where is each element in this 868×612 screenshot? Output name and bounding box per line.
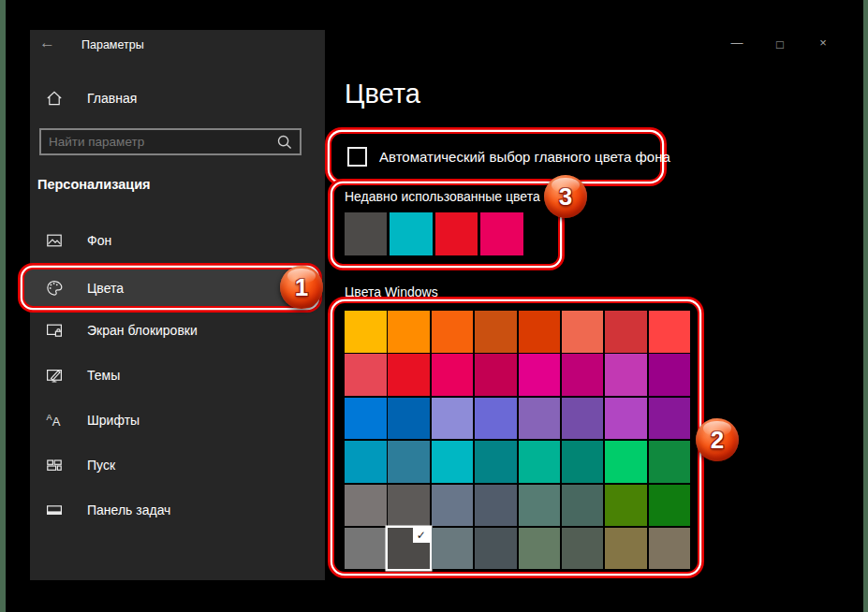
lock-screen-icon (45, 321, 64, 340)
fonts-icon: A A (45, 411, 64, 430)
sidebar-item-label: Фон (87, 233, 111, 248)
windows-color-swatch[interactable] (388, 441, 430, 483)
sidebar-item-taskbar[interactable]: Панель задач (30, 498, 325, 522)
start-tiles-icon (45, 456, 64, 474)
windows-color-swatch[interactable] (649, 441, 691, 483)
themes-icon (45, 366, 64, 385)
recent-color-swatch[interactable] (435, 212, 478, 255)
annotation-badge-2: 2 (696, 418, 739, 461)
auto-accent-color-setting: Автоматический выбор главного цвета фона (330, 132, 662, 182)
windows-color-swatch[interactable] (605, 311, 647, 353)
windows-colors-grid: ✓ (345, 311, 690, 569)
windows-color-swatch[interactable] (345, 354, 387, 396)
windows-color-swatch[interactable] (562, 528, 604, 570)
windows-color-swatch[interactable] (649, 485, 691, 527)
recent-colors-label: Недавно использованные цвета (345, 189, 540, 204)
windows-color-swatch[interactable] (475, 528, 517, 570)
sidebar-item-label: Панель задач (87, 503, 170, 517)
windows-color-swatch[interactable] (345, 528, 387, 570)
windows-color-swatch[interactable] (519, 441, 561, 483)
auto-accent-checkbox[interactable] (347, 147, 367, 167)
windows-color-swatch[interactable] (432, 485, 474, 527)
windows-color-swatch[interactable] (562, 441, 604, 483)
windows-color-swatch[interactable] (432, 398, 474, 440)
windows-color-swatch[interactable] (649, 398, 691, 440)
sidebar-item-colors[interactable]: Цвета (22, 268, 317, 308)
image-icon (45, 231, 64, 250)
sidebar-item-label: Главная (87, 91, 137, 106)
sidebar-item-home[interactable]: Главная (30, 86, 325, 110)
sidebar-item-lock-screen[interactable]: Экран блокировки (30, 318, 325, 342)
search-icon[interactable] (275, 133, 294, 152)
back-button[interactable]: ← (39, 34, 55, 52)
taskbar-icon (45, 501, 64, 519)
windows-color-swatch[interactable] (605, 441, 647, 483)
search-input[interactable] (41, 135, 275, 149)
recent-color-swatch[interactable] (480, 212, 522, 255)
annotation-badge-3: 3 (544, 175, 587, 218)
windows-color-swatch[interactable] (519, 311, 561, 353)
windows-color-swatch[interactable] (432, 441, 474, 483)
windows-color-swatch[interactable] (388, 485, 430, 527)
recent-color-swatch[interactable] (345, 212, 387, 255)
sidebar-item-label: Цвета (87, 281, 124, 296)
minimize-button[interactable]: — (727, 36, 747, 50)
windows-color-swatch[interactable] (519, 485, 561, 527)
windows-color-swatch[interactable] (605, 485, 647, 527)
desktop-edge-right (863, 0, 868, 612)
windows-color-swatch[interactable] (475, 311, 517, 353)
sidebar-item-background[interactable]: Фон (30, 228, 325, 253)
palette-icon (45, 279, 64, 298)
svg-text:A: A (47, 413, 52, 422)
sidebar-item-label: Шрифты (87, 413, 140, 428)
sidebar-item-label: Темы (87, 368, 120, 383)
windows-color-swatch[interactable] (432, 354, 474, 396)
windows-color-swatch[interactable] (649, 354, 691, 396)
windows-color-swatch[interactable]: ✓ (388, 528, 430, 570)
windows-color-swatch[interactable] (475, 485, 517, 527)
windows-color-swatch[interactable] (605, 354, 647, 396)
windows-color-swatch[interactable] (475, 398, 517, 440)
desktop-edge-left (0, 0, 6, 612)
auto-accent-label: Автоматический выбор главного цвета фона (379, 149, 670, 165)
home-icon (45, 89, 64, 108)
windows-color-swatch[interactable] (432, 528, 474, 570)
windows-color-swatch[interactable] (605, 398, 647, 440)
annotation-badge-1: 1 (280, 266, 323, 309)
sidebar-item-themes[interactable]: Темы (30, 363, 325, 387)
windows-color-swatch[interactable] (519, 354, 561, 396)
windows-color-swatch[interactable] (649, 528, 691, 570)
windows-color-swatch[interactable] (519, 398, 561, 440)
recent-colors-swatches (345, 212, 523, 255)
windows-color-swatch[interactable] (562, 311, 604, 353)
windows-color-swatch[interactable] (388, 311, 430, 353)
windows-color-swatch[interactable] (345, 311, 387, 353)
windows-color-swatch[interactable] (388, 398, 430, 440)
windows-color-swatch[interactable] (388, 354, 430, 396)
sidebar-item-label: Пуск (87, 458, 115, 473)
window-title: Параметры (81, 38, 144, 51)
windows-color-swatch[interactable] (475, 441, 517, 483)
windows-color-swatch[interactable] (605, 528, 647, 570)
settings-search[interactable] (39, 128, 302, 155)
sidebar-item-fonts[interactable]: A A Шрифты (30, 408, 325, 432)
windows-color-swatch[interactable] (649, 311, 691, 353)
windows-color-swatch[interactable] (562, 354, 604, 396)
windows-color-swatch[interactable] (562, 398, 604, 440)
close-button[interactable]: × (813, 36, 833, 50)
windows-color-swatch[interactable] (519, 528, 561, 570)
page-title: Цвета (345, 79, 420, 109)
windows-color-swatch[interactable] (345, 485, 387, 527)
sidebar-item-start[interactable]: Пуск (30, 453, 325, 477)
windows-color-swatch[interactable] (345, 398, 387, 440)
selected-color-check-icon: ✓ (413, 528, 430, 543)
maximize-button[interactable]: □ (770, 37, 790, 51)
windows-color-swatch[interactable] (475, 354, 517, 396)
recent-color-swatch[interactable] (390, 212, 432, 255)
windows-color-swatch[interactable] (562, 485, 604, 527)
windows-colors-label: Цвета Windows (345, 284, 438, 299)
windows-color-swatch[interactable] (345, 441, 387, 483)
sidebar-section-header: Персонализация (37, 177, 151, 192)
windows-color-swatch[interactable] (432, 311, 474, 353)
svg-text:A: A (52, 415, 61, 429)
